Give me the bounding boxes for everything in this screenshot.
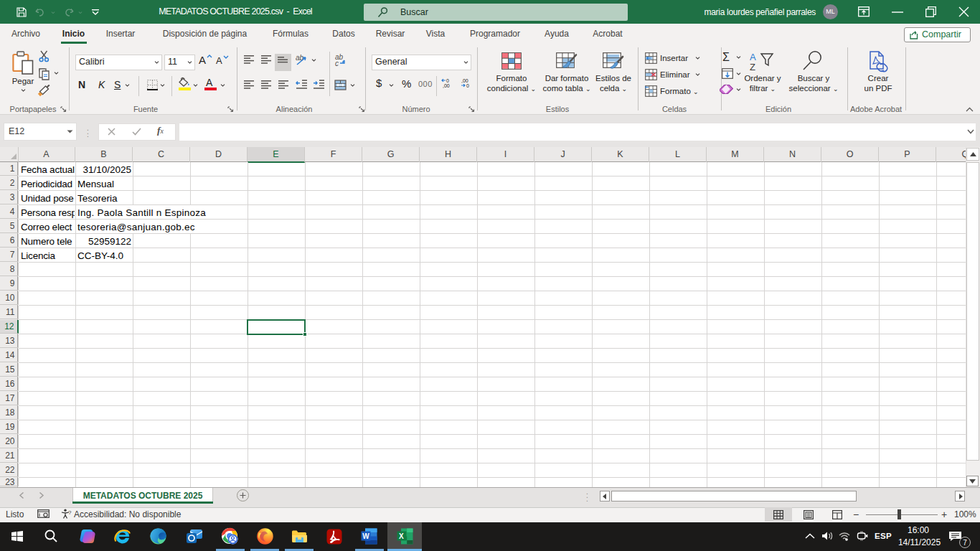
svg-text:0: 0 bbox=[466, 83, 469, 88]
svg-text:,00: ,00 bbox=[461, 78, 468, 83]
svg-text:0: 0 bbox=[446, 78, 449, 83]
svg-text:?: ? bbox=[68, 509, 72, 516]
svg-text:A: A bbox=[750, 52, 756, 62]
svg-text:,00: ,00 bbox=[443, 83, 450, 88]
svg-text:X: X bbox=[399, 532, 404, 540]
svg-text:Z: Z bbox=[750, 62, 755, 72]
svg-text:W: W bbox=[362, 532, 369, 540]
svg-text:c: c bbox=[335, 60, 339, 66]
